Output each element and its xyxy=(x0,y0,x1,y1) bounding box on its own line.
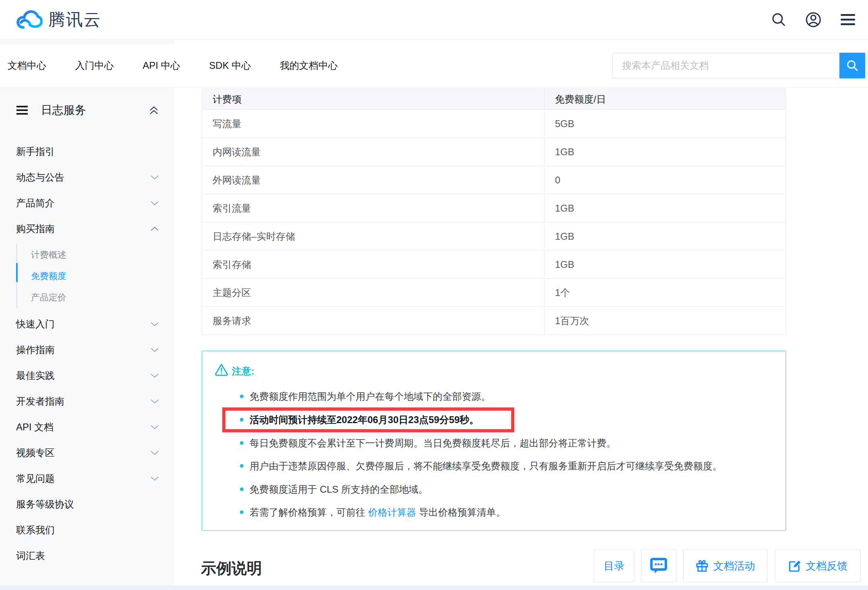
chevron-down-icon xyxy=(150,476,159,481)
search-icon[interactable] xyxy=(771,12,787,28)
tencent-cloud-logo[interactable]: 腾讯云 xyxy=(14,0,101,39)
sidebar: 日志服务 新手指引 动态与公告 产品简介 购买指南 计费概述 免费额度 xyxy=(0,88,174,590)
sidebar-item-beginner-guide[interactable]: 新手指引 xyxy=(0,139,174,164)
header-icons xyxy=(771,0,856,39)
chat-bubble-icon xyxy=(650,557,667,574)
sidebar-item-operation-guide[interactable]: 操作指南 xyxy=(0,337,174,363)
cloud-logo-icon xyxy=(14,9,43,31)
free-tier-table: 计费项 免费额度/日 写流量5GB 内网读流量1GB 外网读流量0 索引流量1G… xyxy=(202,88,786,335)
toc-button[interactable]: 目录 xyxy=(594,549,634,582)
table-row: 写流量5GB xyxy=(202,110,786,138)
notice-bullet-4: 用户由于违禁原因停服、欠费停服后，将不能继续享受免费额度，只有服务重新开启后才可… xyxy=(250,459,722,473)
table-row: 内网读流量1GB xyxy=(202,138,786,166)
section-heading: 示例说明 xyxy=(201,558,262,579)
table-row: 索引流量1GB xyxy=(202,194,786,222)
doc-feedback-button[interactable]: 文档反馈 xyxy=(775,549,861,582)
doc-center-nav: 文档中心 入门中心 API 中心 SDK 中心 我的文档中心 xyxy=(0,44,868,87)
notice-box: 注意: 免费额度作用范围为单个用户在每个地域下的全部资源。 活动时间预计持续至2… xyxy=(202,351,786,531)
sidebar-subitem-free-tier[interactable]: 免费额度 xyxy=(0,265,174,287)
sidebar-item-product-intro[interactable]: 产品简介 xyxy=(0,190,174,216)
table-header-free-quota: 免费额度/日 xyxy=(545,89,786,110)
sidebar-item-faq[interactable]: 常见问题 xyxy=(0,466,174,491)
doc-search-input[interactable] xyxy=(612,53,839,78)
gift-icon xyxy=(696,559,708,572)
logo-text: 腾讯云 xyxy=(48,8,101,31)
notice-title: 注意: xyxy=(232,365,254,378)
price-calculator-link[interactable]: 价格计算器 xyxy=(368,507,416,518)
sidebar-item-contact-us[interactable]: 联系我们 xyxy=(0,517,174,543)
warning-triangle-icon xyxy=(215,363,228,378)
product-menu-icon[interactable] xyxy=(16,105,28,115)
chevron-down-icon xyxy=(150,425,159,430)
user-account-icon[interactable] xyxy=(805,12,821,28)
chevron-down-icon xyxy=(150,450,159,455)
table-header-billing-item: 计费项 xyxy=(202,89,545,110)
sidebar-item-glossary[interactable]: 词汇表 xyxy=(0,543,174,569)
hamburger-menu-icon[interactable] xyxy=(840,12,856,28)
chevron-down-icon xyxy=(150,347,159,352)
nav-my-doc-center[interactable]: 我的文档中心 xyxy=(280,59,338,72)
notice-bullet-6: 若需了解价格预算，可前往 价格计算器 导出价格预算清单。 xyxy=(250,506,506,519)
sidebar-item-news[interactable]: 动态与公告 xyxy=(0,164,174,190)
sidebar-subitem-product-pricing[interactable]: 产品定价 xyxy=(0,287,174,308)
submenu-active-indicator xyxy=(16,263,18,282)
chevron-down-icon xyxy=(150,399,159,404)
edit-pen-icon xyxy=(788,559,801,572)
sidebar-item-quick-start[interactable]: 快速入门 xyxy=(0,311,174,337)
table-header-row: 计费项 免费额度/日 xyxy=(202,89,786,110)
sidebar-product-title: 日志服务 xyxy=(41,103,149,118)
nav-getting-started-center[interactable]: 入门中心 xyxy=(75,59,114,72)
notice-bullet-1: 免费额度作用范围为单个用户在每个地域下的全部资源。 xyxy=(250,390,491,403)
footer-strip xyxy=(0,586,868,590)
sidebar-item-sla[interactable]: 服务等级协议 xyxy=(0,491,174,517)
sidebar-item-api-docs[interactable]: API 文档 xyxy=(0,414,174,440)
nav-doc-center[interactable]: 文档中心 xyxy=(8,59,46,72)
notice-bullet-3: 每日免费额度不会累计至下一计费周期。当日免费额度耗尽后，超出部分将正常计费。 xyxy=(250,436,616,450)
sidebar-top-sliver xyxy=(0,40,174,44)
sidebar-subitem-billing-overview[interactable]: 计费概述 xyxy=(0,244,174,265)
nav-sdk-center[interactable]: SDK 中心 xyxy=(209,59,251,72)
table-row: 外网读流量0 xyxy=(202,166,786,194)
table-row: 日志存储–实时存储1GB xyxy=(202,222,786,251)
table-row: 主题分区1个 xyxy=(202,279,786,307)
sidebar-header: 日志服务 xyxy=(0,99,174,121)
chevron-down-icon xyxy=(150,201,159,206)
notice-bullet-2-highlighted: 活动时间预计持续至2022年06月30日23点59分59秒。 xyxy=(250,413,479,427)
notice-bullet-5: 免费额度适用于 CLS 所支持的全部地域。 xyxy=(250,483,428,496)
purchase-guide-submenu: 计费概述 免费额度 产品定价 xyxy=(0,242,174,311)
chevron-down-icon xyxy=(150,322,159,327)
doc-search-button[interactable] xyxy=(839,53,865,78)
top-header: 腾讯云 xyxy=(0,0,868,39)
chevron-up-icon xyxy=(150,226,159,231)
sidebar-item-best-practices[interactable]: 最佳实践 xyxy=(0,363,174,389)
search-icon xyxy=(846,59,859,72)
feedback-chat-button[interactable] xyxy=(641,549,676,582)
doc-search-box xyxy=(612,53,865,78)
sidebar-item-video-zone[interactable]: 视频专区 xyxy=(0,440,174,466)
table-row: 索引存储1GB xyxy=(202,251,786,279)
sidebar-item-developer-guide[interactable]: 开发者指南 xyxy=(0,389,174,414)
chevron-down-icon xyxy=(150,175,159,180)
doc-activity-button[interactable]: 文档活动 xyxy=(683,549,768,582)
sidebar-item-purchase-guide[interactable]: 购买指南 xyxy=(0,216,174,242)
collapse-all-icon[interactable] xyxy=(149,105,159,115)
sidebar-menu: 新手指引 动态与公告 产品简介 购买指南 计费概述 免费额度 产品定价 快速入门… xyxy=(0,139,174,569)
chevron-down-icon xyxy=(150,373,159,378)
table-row: 服务请求1百万次 xyxy=(202,307,786,335)
nav-api-center[interactable]: API 中心 xyxy=(143,59,180,72)
